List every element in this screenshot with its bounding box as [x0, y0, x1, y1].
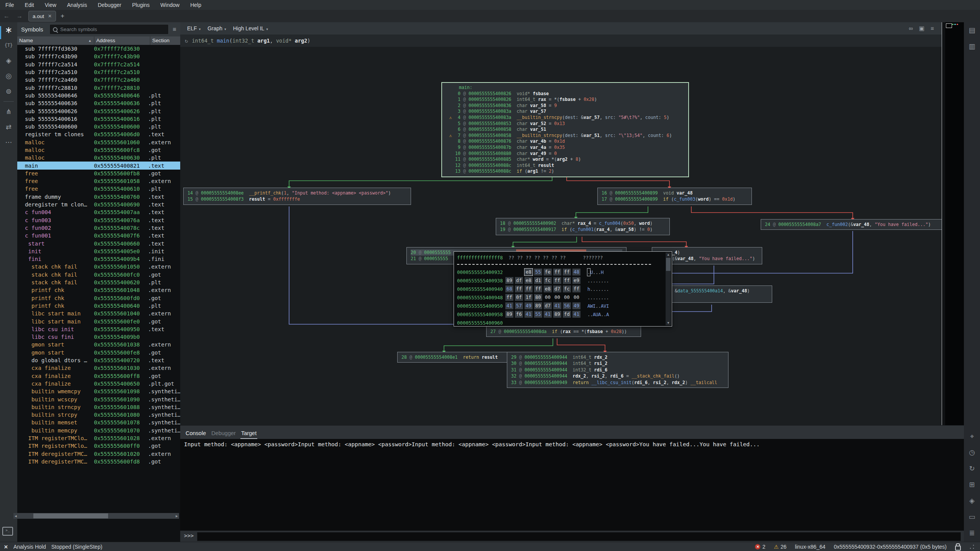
menu-item-edit[interactable]: Edit — [20, 0, 39, 10]
split-view-icon[interactable]: ▣ — [919, 25, 924, 32]
symbol-row[interactable]: register_tm_clones0x5555554006d0.text — [17, 130, 180, 138]
hex-byte[interactable]: fc — [563, 285, 571, 292]
hex-byte[interactable]: 41 — [505, 302, 513, 309]
il-line[interactable]: 30 @ 0000555555400944 int64_t rsi_2 — [511, 360, 724, 366]
symbol-row[interactable]: sub_7ffff7c43b900x7ffff7c43b90 — [17, 53, 180, 60]
il-line[interactable]: 6 @ 0000555555400858 char var_51 — [446, 127, 684, 133]
sync-icon[interactable]: ↻ — [964, 460, 980, 477]
search-symbols-input[interactable]: Search symbols — [49, 24, 169, 35]
hex-byte[interactable]: 57 — [515, 302, 523, 309]
scroll-handle[interactable] — [666, 258, 671, 271]
tags-icon[interactable]: ◈ — [0, 53, 17, 68]
variables-panel-icon[interactable]: ▥ — [964, 38, 980, 54]
il-line[interactable]: 19 @ 0000555555400917 if (c_fun001(rax_4… — [500, 226, 666, 233]
hex-row[interactable]: 000055555540095889f641554189fd41..AUA..A — [457, 310, 672, 318]
hex-byte[interactable]: 41 — [553, 302, 561, 309]
hex-byte[interactable]: 00 — [563, 294, 571, 301]
hex-byte[interactable]: df — [515, 277, 523, 284]
symbol-row[interactable]: __builtin_memcpy0x555555601070.syntheti… — [17, 427, 180, 434]
types-icon[interactable]: {T} — [0, 38, 17, 53]
symbol-row[interactable]: sub_5555554006160x555555400616.plt — [17, 115, 180, 123]
debugger-icon[interactable]: ⊚ — [0, 84, 17, 99]
il-line[interactable]: 28 @ 00005555554008e1 return result — [401, 354, 506, 360]
symbol-row[interactable]: __builtin_wcscpy0x555555601090.syntheti… — [17, 395, 180, 403]
hex-byte[interactable]: 49 — [572, 302, 580, 309]
symbol-row[interactable]: free0x555555601058.extern — [17, 177, 180, 185]
symbol-row[interactable]: main0x555555400821.text — [17, 162, 180, 169]
hex-byte[interactable]: 00 — [572, 294, 580, 301]
display-icon[interactable]: ▭ — [964, 509, 980, 525]
cross-references-icon[interactable]: ⇄ — [0, 119, 17, 135]
symbol-row[interactable]: __builtin_wmemcpy0x555555601098.syntheti… — [17, 388, 180, 395]
symbol-row[interactable]: _start0x555555400660.text — [17, 239, 180, 247]
console-tab-debugger[interactable]: Debugger — [211, 430, 236, 439]
find-icon[interactable]: ⌖ — [964, 428, 980, 444]
graph-node-n18[interactable]: 18 @ 0000555555400902 char* rax_4 = c_fu… — [496, 218, 670, 235]
il-line[interactable]: 8 @ 0000555555400876 char var_4b = 0x1d — [446, 139, 684, 145]
il-line[interactable]: 15 @ 00005555554008f3 result = 0xfffffff… — [187, 196, 407, 202]
il-line[interactable]: 24 @ 00005555554008a7 c_fun002(&var_48, … — [765, 221, 942, 228]
symbol-row[interactable]: _ITM_registerTMClo…0x555555601028.extern — [17, 434, 180, 442]
binary-format-dropdown[interactable]: ELF▾ — [187, 25, 201, 31]
hex-row[interactable]: 000055555540093889dfe8d1fcffffe9........ — [457, 276, 672, 285]
scroll-left-icon[interactable]: ◄ — [13, 514, 18, 518]
resize-grip[interactable] — [969, 544, 975, 549]
hex-byte[interactable]: ff — [563, 277, 571, 284]
hex-byte[interactable]: 00 — [553, 294, 561, 301]
hex-byte[interactable]: 89 — [505, 311, 513, 318]
symbol-row[interactable]: c_fun0010x5555554007f6.text — [17, 232, 180, 239]
hex-byte[interactable]: 1f — [525, 294, 533, 301]
hex-byte[interactable]: ff — [563, 269, 571, 276]
function-signature[interactable]: int64_t main(int32_t arg1, void* arg2) — [192, 38, 310, 44]
graph-node-n24[interactable]: 24 @ 00005555554008a7 c_fun002(&var_48, … — [761, 219, 942, 230]
hex-byte[interactable]: ff — [525, 285, 533, 292]
hex-byte[interactable]: 41 — [525, 311, 533, 318]
lock-icon[interactable] — [955, 546, 961, 551]
menu-item-plugins[interactable]: Plugins — [127, 0, 155, 10]
nav-forward-icon[interactable]: → — [13, 13, 26, 20]
symbol-row[interactable]: __gmon_start__0x555555600fe8.got — [17, 349, 180, 356]
console-output-area[interactable]: Input method: <appname> <password>Input … — [180, 439, 964, 531]
hex-byte[interactable]: 89 — [505, 277, 513, 284]
symbols-hscrollbar[interactable]: ◄ ► — [13, 513, 179, 519]
symbol-row[interactable]: sub_7ffff7c2a4600x7ffff7c2a460 — [17, 76, 180, 84]
view-mode-dropdown[interactable]: Graph▾ — [207, 25, 226, 31]
menu-item-analysis[interactable]: Analysis — [62, 0, 92, 10]
graph-view[interactable]: fffffffffffffff8 ?? ?? ?? ?? ?? ?? ?? ??… — [180, 47, 942, 425]
scroll-right-icon[interactable]: ► — [174, 514, 179, 518]
link-views-icon[interactable]: ∞ — [909, 25, 913, 32]
stack-view-icon[interactable]: ▤ — [964, 22, 980, 38]
symbol-row[interactable]: c_fun0040x5555554007aa.text — [17, 208, 180, 216]
symbol-row[interactable]: __printf_chk0x555555601048.extern — [17, 286, 180, 294]
symbol-row[interactable]: __builtin_memset0x555555601078.syntheti… — [17, 419, 180, 426]
symbol-row[interactable]: __builtin_strcpy0x555555601080.syntheti… — [17, 411, 180, 419]
il-line[interactable]: 10 @ 0000555555400880 char var_49 = 0 — [446, 151, 684, 157]
hex-byte[interactable]: d7 — [553, 285, 561, 292]
scroll-down-icon[interactable]: ▼ — [666, 321, 671, 325]
symbol-row[interactable]: malloc0x555555600fc8.got — [17, 146, 180, 154]
symbol-row[interactable]: malloc0x555555601060.extern — [17, 139, 180, 146]
tab-close-icon[interactable]: ✕ — [48, 13, 52, 19]
symbol-row[interactable]: __gmon_start__0x555555601038.extern — [17, 341, 180, 348]
console-tab-target[interactable]: Target — [241, 430, 257, 439]
hex-byte[interactable]: ff — [505, 294, 513, 301]
symbol-row[interactable]: free0x555555600fb8.got — [17, 170, 180, 177]
il-line[interactable]: 16 @ 0000555555400899 void var_48 — [602, 190, 748, 196]
view-options-icon[interactable]: ≡ — [931, 25, 934, 32]
hex-row[interactable]: 0000555555400948ff0f1f8000000000........ — [457, 293, 672, 302]
hex-byte[interactable]: 89 — [534, 302, 542, 309]
menu-item-debugger[interactable]: Debugger — [92, 0, 127, 10]
il-line[interactable]: 2 @ 0000555555400836 char var_58 = 9 — [446, 103, 684, 109]
symbol-row[interactable]: __printf_chk0x555555600fd0.got — [17, 294, 180, 302]
hex-byte[interactable]: 89 — [553, 311, 561, 318]
symbol-row[interactable]: c_fun0030x55555540076a.text — [17, 216, 180, 224]
symbol-row[interactable]: __cxa_finalize0x555555400650.plt.got — [17, 380, 180, 388]
symbol-row[interactable]: _ITM_registerTMClo…0x555555600ff0.got — [17, 442, 180, 450]
graph-node-n16[interactable]: 16 @ 0000555555400899 void var_4817 @ 00… — [597, 188, 752, 205]
symbol-row[interactable]: sub_5555554006460x555555400646.plt — [17, 92, 180, 99]
il-line[interactable]: 13 @ 000055555540088c if (arg1 != 2) — [446, 168, 684, 175]
symbol-row[interactable]: _init0x5555554005e0.init — [17, 247, 180, 255]
il-level-dropdown[interactable]: High Level IL▾ — [233, 25, 268, 31]
il-line[interactable]: 1 @ 0000555555400826 int64_t rax = *(fsb… — [446, 97, 684, 103]
il-line[interactable]: 5 @ 0000555555400853 char var_52 = 0x13 — [446, 121, 684, 127]
